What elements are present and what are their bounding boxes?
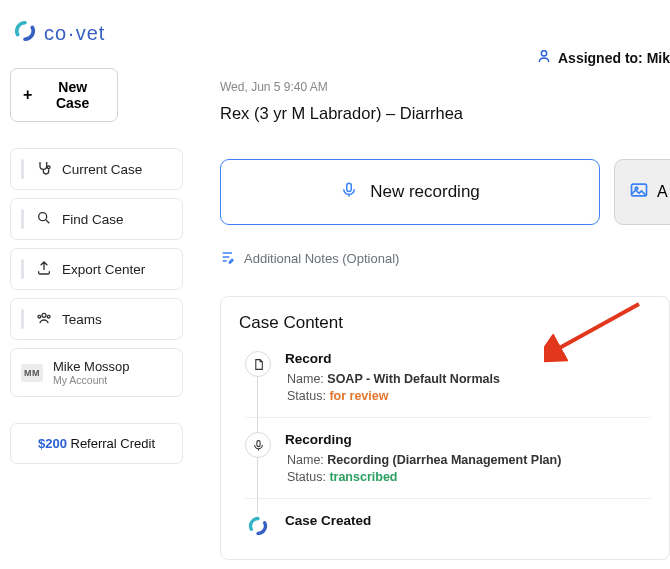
- svg-point-0: [47, 166, 50, 169]
- new-recording-label: New recording: [370, 182, 480, 202]
- search-icon: [36, 210, 52, 229]
- case-timestamp: Wed, Jun 5 9:40 AM: [220, 80, 670, 94]
- timeline-title: Case Created: [285, 513, 651, 528]
- case-content-heading: Case Content: [239, 313, 651, 333]
- attach-button[interactable]: A: [614, 159, 670, 225]
- timeline-title: Recording: [285, 432, 651, 447]
- document-icon: [245, 351, 271, 377]
- microphone-icon: [245, 432, 271, 458]
- logo-text: co·vet: [44, 22, 105, 45]
- referral-amount: $200: [38, 436, 67, 451]
- new-case-label: New Case: [40, 79, 105, 111]
- upload-icon: [36, 260, 52, 279]
- status-badge: for review: [329, 389, 388, 403]
- sidebar-item-export-center[interactable]: Export Center: [10, 248, 183, 290]
- svg-point-3: [38, 315, 41, 318]
- stethoscope-icon: [36, 160, 52, 179]
- active-bar: [21, 159, 24, 179]
- timeline: Record Name: SOAP - With Default Normals…: [235, 347, 651, 539]
- avatar: MM: [21, 364, 43, 382]
- attach-label-partial: A: [657, 183, 668, 201]
- user-name: Mike Mossop: [53, 359, 130, 374]
- plus-icon: +: [23, 87, 32, 103]
- case-content-card: Case Content Record Name: SOAP - With De…: [220, 296, 670, 560]
- user-sub: My Account: [53, 374, 130, 386]
- logo[interactable]: co·vet: [10, 14, 183, 68]
- sidebar-item-label: Find Case: [62, 212, 124, 227]
- new-case-button[interactable]: + New Case: [10, 68, 118, 122]
- sidebar-item-find-case[interactable]: Find Case: [10, 198, 183, 240]
- main-panel: Assigned to: Mik Wed, Jun 5 9:40 AM Rex …: [194, 0, 670, 569]
- image-icon: [629, 180, 649, 204]
- svg-point-2: [42, 313, 46, 317]
- notes-icon: [220, 249, 236, 268]
- logo-mark-icon: [245, 513, 271, 539]
- new-recording-button[interactable]: New recording: [220, 159, 600, 225]
- referral-credit-button[interactable]: $200 Referral Credit: [10, 423, 183, 464]
- timeline-title: Record: [285, 351, 651, 366]
- case-title: Rex (3 yr M Labrador) – Diarrhea: [220, 104, 670, 123]
- person-icon: [536, 48, 552, 67]
- sidebar-item-label: Current Case: [62, 162, 142, 177]
- action-row: New recording A: [220, 159, 670, 225]
- record-name-row: Name: SOAP - With Default Normals: [287, 372, 651, 386]
- timeline-item-record[interactable]: Record Name: SOAP - With Default Normals…: [245, 347, 651, 417]
- sidebar-item-label: Teams: [62, 312, 102, 327]
- sidebar-item-account[interactable]: MM Mike Mossop My Account: [10, 348, 183, 397]
- svg-point-5: [541, 51, 546, 56]
- svg-point-1: [39, 212, 47, 220]
- logo-mark-icon: [14, 20, 36, 46]
- svg-point-4: [47, 315, 50, 318]
- sidebar-item-teams[interactable]: Teams: [10, 298, 183, 340]
- additional-notes-label: Additional Notes (Optional): [244, 251, 399, 266]
- recording-name-row: Name: Recording (Diarrhea Management Pla…: [287, 453, 651, 467]
- timeline-item-created[interactable]: Case Created: [245, 498, 651, 539]
- recording-status-row: Status: transcribed: [287, 470, 651, 484]
- teams-icon: [36, 310, 52, 329]
- sidebar-item-label: Export Center: [62, 262, 145, 277]
- status-badge: transcribed: [329, 470, 397, 484]
- microphone-icon: [340, 181, 358, 204]
- svg-rect-9: [256, 440, 259, 446]
- sidebar-item-current-case[interactable]: Current Case: [10, 148, 183, 190]
- sidebar: co·vet + New Case Current Case Find Case: [0, 0, 194, 569]
- referral-rest: Referral Credit: [67, 436, 155, 451]
- svg-rect-6: [347, 183, 352, 191]
- additional-notes-button[interactable]: Additional Notes (Optional): [220, 249, 670, 268]
- timeline-item-recording[interactable]: Recording Name: Recording (Diarrhea Mana…: [245, 417, 651, 498]
- assigned-to[interactable]: Assigned to: Mik: [536, 48, 670, 67]
- record-status-row: Status: for review: [287, 389, 651, 403]
